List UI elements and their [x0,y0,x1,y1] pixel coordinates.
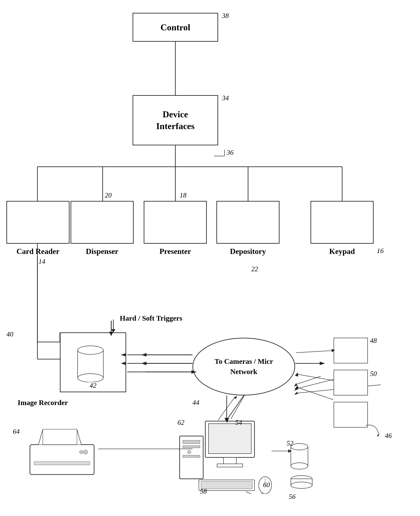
card-reader-label: Card Reader [7,247,69,256]
svg-point-53 [291,463,308,469]
disk-drive-ref: 52 [286,439,293,447]
disk-illustration [289,470,314,492]
monitor-ref: 54 [235,419,242,427]
svg-point-52 [291,443,308,450]
device-interfaces-ref: 34 [222,94,229,102]
svg-rect-39 [209,424,251,454]
svg-marker-22 [320,362,325,365]
svg-rect-40 [224,457,236,464]
depository-box [217,201,279,244]
svg-line-69 [296,374,333,381]
svg-marker-70 [295,372,298,377]
keyboard-ref: 58 [200,487,207,495]
hard-soft-triggers-label: Hard / Soft Triggers [120,314,182,322]
computer-ref: 62 [178,419,184,427]
network-label: To Cameras / Micr Network [215,356,273,377]
svg-rect-46 [183,455,200,457]
device-interfaces-label: Device Interfaces [156,109,195,132]
bus-ref: 36 [227,148,233,156]
svg-rect-43 [183,440,200,443]
svg-marker-24 [294,383,297,386]
svg-marker-72 [295,385,298,390]
svg-line-63 [227,395,244,420]
keypad-label: Keypad [310,247,374,256]
depository-ref: 22 [251,265,258,273]
image-recorder-label: Image Recorder [7,399,79,407]
printer-illustration [21,428,103,487]
svg-rect-57 [30,445,94,475]
device-interfaces-box: Device Interfaces [133,95,218,145]
svg-point-45 [188,450,191,454]
control-box: Control [133,13,218,42]
presenter-ref: 18 [180,191,187,199]
control-ref: 38 [222,12,229,20]
depository-label: Depository [217,247,279,256]
svg-marker-14 [141,362,146,365]
camera3-ref: 46 [385,432,392,440]
dispenser-ref: 20 [105,191,112,199]
dispenser-box [71,201,134,244]
svg-rect-41 [217,464,243,467]
svg-line-71 [296,387,333,400]
trigger-arrow [110,320,117,332]
card-reader-box [7,201,69,244]
svg-point-60 [83,450,88,454]
svg-marker-34 [111,329,115,332]
svg-marker-26 [294,387,298,391]
svg-line-67 [296,351,333,353]
mouse-ref: 60 [263,481,270,489]
printer-ref: 64 [13,428,20,435]
svg-marker-18 [141,353,146,357]
svg-rect-44 [183,446,200,448]
svg-marker-28 [294,392,298,395]
ref46-arrow [359,421,385,442]
svg-point-37 [78,374,103,382]
network-ellipse: To Cameras / Micr Network [193,338,295,395]
camera2-ref: 50 [370,370,377,378]
svg-point-56 [291,482,312,488]
cylinder-ref-label: 42 [90,382,97,390]
card-reader-ref: 14 [38,258,45,265]
keypad-ref: 16 [377,247,384,255]
camera2-box [334,370,368,395]
svg-point-36 [78,346,103,354]
image-recorder-outer-box: 42 [60,332,126,392]
image-recorder-ref: 40 [7,330,13,338]
keypad-box [310,201,374,244]
svg-rect-59 [34,462,90,465]
svg-rect-48 [201,481,252,489]
diagram-container: Control 38 Device Interfaces 34 36 Card … [0,0,420,516]
svg-line-65 [218,397,235,420]
camera1-ref: 48 [370,337,377,345]
cylinder-icon [69,339,112,382]
dispenser-label: Dispenser [71,247,134,256]
disk-ref: 56 [289,493,296,501]
control-label: Control [160,22,190,32]
svg-marker-66 [234,396,237,399]
camera1-box [334,338,368,363]
network-ref: 44 [193,399,199,406]
presenter-box [144,201,207,244]
svg-rect-58 [43,429,77,445]
presenter-label: Presenter [144,247,207,256]
svg-point-61 [80,450,83,454]
svg-line-23 [295,376,321,385]
